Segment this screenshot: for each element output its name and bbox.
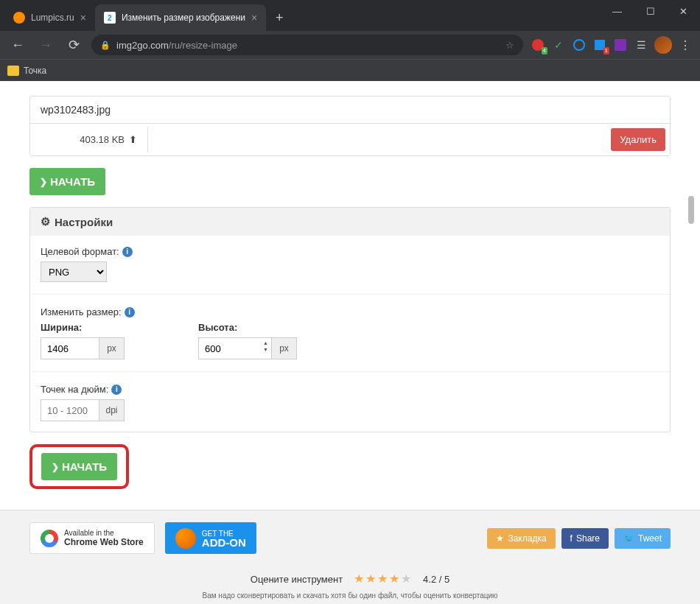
close-icon[interactable]: × — [251, 12, 257, 24]
chrome-store-card[interactable]: Available in the Chrome Web Store — [29, 522, 155, 554]
scrollbar-thumb[interactable] — [688, 196, 694, 224]
extension-icon[interactable]: ✓ — [551, 38, 566, 52]
extension-icon[interactable]: 1 — [592, 38, 607, 52]
close-window-button[interactable]: ✕ — [667, 0, 700, 22]
browser-toolbar: ← → ⟳ 🔒 img2go.com/ru/resize-image ☆ 4 ✓… — [0, 31, 700, 59]
unit-dpi: dpi — [99, 399, 125, 421]
file-size-text: 403.18 KB — [80, 134, 125, 145]
spinner-icon[interactable]: ▲▼ — [263, 340, 268, 353]
tweet-button[interactable]: 🐦Tweet — [615, 528, 671, 549]
tab-lumpics[interactable]: Lumpics.ru × — [4, 4, 95, 31]
height-label: Высота: — [198, 322, 297, 333]
file-card: wp3102483.jpg 403.18 KB ⬆ Удалить — [29, 96, 671, 156]
star-icon: ★ — [496, 533, 504, 544]
dpi-input[interactable] — [41, 399, 99, 421]
bookmarks-bar: Точка — [0, 59, 700, 81]
settings-panel: ⚙ Настройки Целевой формат: i PNG Измени… — [29, 207, 671, 432]
file-size: 403.18 KB ⬆ — [30, 127, 148, 152]
tab-title: Изменить размер изображени — [122, 13, 245, 23]
page-content: wp3102483.jpg 403.18 KB ⬆ Удалить ❯ НАЧА… — [0, 81, 700, 604]
reload-button[interactable]: ⟳ — [63, 35, 84, 55]
browser-tabs: Lumpics.ru × 2 Изменить размер изображен… — [4, 4, 290, 31]
lumpics-favicon — [13, 12, 25, 24]
resize-label: Изменить размер: i — [41, 306, 659, 317]
width-label: Ширина: — [41, 322, 125, 333]
height-value: 600 — [205, 343, 221, 354]
back-button[interactable]: ← — [7, 35, 28, 55]
maximize-button[interactable]: ☐ — [634, 0, 667, 22]
info-icon[interactable]: i — [111, 384, 122, 395]
new-tab-button[interactable]: + — [269, 7, 290, 28]
bookmark-item[interactable]: Точка — [24, 66, 46, 76]
twitter-icon: 🐦 — [623, 533, 634, 544]
window-titlebar: Lumpics.ru × 2 Изменить размер изображен… — [0, 0, 700, 31]
reading-list-icon[interactable]: ☰ — [634, 38, 648, 52]
forward-button[interactable]: → — [35, 35, 56, 55]
chrome-icon — [41, 530, 58, 547]
upload-icon: ⬆ — [129, 134, 137, 145]
bookmark-button[interactable]: ★Закладка — [487, 528, 555, 549]
tab-img2go[interactable]: 2 Изменить размер изображени × — [95, 4, 266, 31]
menu-button[interactable]: ⋮ — [678, 38, 693, 52]
ext-badge: 4 — [542, 47, 547, 55]
extension-icon[interactable] — [572, 38, 587, 52]
start-label: НАЧАТЬ — [50, 175, 95, 188]
btn-label: Tweet — [638, 533, 662, 544]
address-bar[interactable]: 🔒 img2go.com/ru/resize-image ☆ — [91, 35, 523, 55]
facebook-icon: f — [570, 533, 573, 544]
gear-icon: ⚙ — [41, 215, 50, 228]
firefox-icon — [175, 528, 196, 549]
url-path: /ru/resize-image — [169, 40, 237, 51]
rating-stars[interactable]: ★★★★★ — [354, 572, 413, 585]
label-text: Целевой формат: — [41, 246, 119, 257]
chevron-right-icon: ❯ — [52, 462, 59, 472]
chrome-line1: Available in the — [64, 529, 144, 537]
unit-px: px — [272, 337, 297, 359]
target-format-label: Целевой формат: i — [41, 246, 659, 257]
rating-row: Оцените инструмент ★★★★★ 4.2 / 5 — [0, 566, 700, 591]
img2go-favicon: 2 — [104, 12, 116, 24]
unit-px: px — [99, 337, 125, 359]
firefox-addon-card[interactable]: GET THE ADD-ON — [165, 522, 256, 554]
info-icon[interactable]: i — [122, 247, 133, 257]
highlighted-start: ❯ НАЧАТЬ — [29, 444, 129, 489]
extension-icons: 4 ✓ 1 ☰ ⋮ — [531, 36, 693, 54]
minimize-button[interactable]: — — [601, 0, 634, 22]
file-name: wp3102483.jpg — [30, 96, 670, 123]
dpi-label: Точек на дюйм: i — [41, 384, 659, 395]
chevron-right-icon: ❯ — [40, 177, 47, 187]
profile-avatar[interactable] — [654, 36, 672, 54]
window-controls: — ☐ ✕ — [601, 0, 700, 22]
height-input[interactable]: 600 ▲▼ — [198, 337, 272, 359]
btn-label: Share — [576, 533, 600, 544]
width-input[interactable] — [41, 337, 99, 359]
rating-value: 4.2 / 5 — [423, 574, 449, 585]
tab-title: Lumpics.ru — [31, 13, 74, 23]
share-button[interactable]: fShare — [561, 528, 609, 549]
addon-line2: ADD-ON — [202, 538, 246, 547]
settings-title: Настройки — [55, 216, 113, 228]
ext-badge: 1 — [603, 47, 609, 55]
rating-note: Вам надо сконвертировать и скачать хотя … — [0, 591, 700, 604]
start-label: НАЧАТЬ — [62, 460, 107, 473]
url-host: img2go.com — [116, 40, 169, 51]
start-button-top[interactable]: ❯ НАЧАТЬ — [29, 168, 105, 195]
label-text: Изменить размер: — [41, 306, 122, 317]
rating-label: Оцените инструмент — [251, 574, 343, 585]
target-format-select[interactable]: PNG — [41, 261, 107, 282]
label-text: Точек на дюйм: — [41, 384, 108, 395]
info-icon[interactable]: i — [125, 307, 135, 317]
extension-icon[interactable] — [613, 38, 628, 52]
folder-icon — [7, 66, 19, 76]
delete-button[interactable]: Удалить — [611, 128, 665, 151]
file-info-row: 403.18 KB ⬆ Удалить — [30, 123, 670, 155]
star-icon[interactable]: ☆ — [505, 40, 514, 51]
chrome-line2: Chrome Web Store — [64, 537, 144, 547]
extension-icon[interactable]: 4 — [531, 38, 545, 52]
page-footer: Available in the Chrome Web Store GET TH… — [0, 510, 700, 604]
lock-icon: 🔒 — [100, 41, 111, 50]
start-button-bottom[interactable]: ❯ НАЧАТЬ — [41, 453, 117, 480]
close-icon[interactable]: × — [80, 12, 86, 24]
settings-heading: ⚙ Настройки — [30, 208, 670, 236]
btn-label: Закладка — [508, 533, 546, 544]
